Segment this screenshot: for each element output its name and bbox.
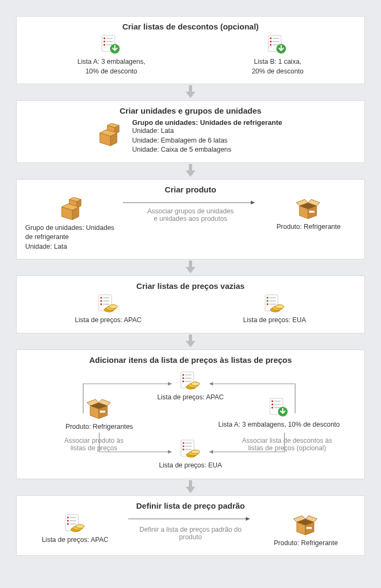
open-box-icon [294, 513, 318, 539]
connector-icon [16, 84, 365, 100]
step1-right-line1: Lista B: 1 caixa, [252, 57, 304, 67]
step5-hint-right-2: listas de preços (opcional) [228, 444, 346, 452]
step6-right: Produto: Refrigerante [255, 513, 357, 548]
boxes-icon [61, 197, 84, 224]
price-list-icon [64, 513, 86, 535]
step3-left: Grupo de unidades: Unidades de refrigera… [24, 197, 121, 252]
connector-icon [16, 259, 365, 276]
card-step-5: Adicionar itens da lista de preços às li… [16, 349, 365, 479]
step3-title: Criar produto [24, 185, 357, 194]
price-list-icon [179, 371, 202, 393]
step3-left-line3: Unidade: Lata [25, 242, 121, 252]
step4-right-label: Lista de preços: EUA [243, 316, 306, 325]
step1-left: Lista A: 3 embalagens, 10% de desconto [77, 34, 145, 76]
step5-product: Produto: Refrigerantes [56, 397, 142, 432]
step3-mid: Associar grupos de unidades e unidades a… [121, 197, 260, 222]
step4-right: Lista de preços: EUA [243, 294, 306, 325]
card-step-1: Criar listas de descontos (opcional) Lis… [16, 16, 365, 84]
step3-right: Produto: Refrigerante [260, 197, 357, 232]
boxes-icon [99, 123, 122, 150]
card-step-6: Definir lista de preço padrão Lista de p… [16, 495, 365, 556]
step2-text: Grupo de unidades: Unidades de refrigera… [132, 118, 282, 155]
step2-unit1: Unidade: Lata [132, 126, 282, 136]
step1-left-line1: Lista A: 3 embalagens, [77, 57, 145, 67]
step6-right-label: Produto: Refrigerante [255, 539, 357, 548]
step3-left-line1: Grupo de unidades: Unidades [25, 224, 121, 233]
step6-left: Lista de preços: APAC [24, 513, 126, 545]
price-list-icon [97, 294, 120, 316]
card-step-3: Criar produto Grupo de unidades: Unidade… [16, 179, 365, 260]
step6-hint-2: produto [126, 533, 255, 541]
step4-left-label: Lista de preços: APAC [75, 316, 142, 325]
price-list-icon [263, 294, 286, 316]
step5-title: Adicionar itens da lista de preços às li… [24, 355, 357, 364]
step5-hint-left-1: Associar produto às [40, 437, 148, 444]
arrow-right-icon [126, 513, 255, 524]
connector-icon [16, 479, 365, 495]
card-step-2: Criar unidades e grupos de unidades Grup… [16, 100, 365, 163]
step1-right-line2: 20% de desconto [252, 67, 304, 77]
step1-left-line2: 10% de desconto [77, 67, 145, 77]
step3-right-label: Produto: Refrigerante [260, 222, 357, 232]
step2-group-label: Grupo de unidades: [132, 118, 198, 126]
step6-hint-1: Definir a lista de preços padrão do [126, 526, 255, 533]
step5-eua: Lista de preços: EUA [159, 439, 222, 471]
step3-left-line2: de refrigerante [25, 233, 121, 242]
discount-list-icon [267, 34, 288, 57]
discount-list-icon [268, 397, 290, 420]
arrow-right-icon [121, 197, 260, 208]
step5-hint-right-1: Associar lista de descontos às [228, 437, 346, 444]
step3-hint-2: e unidades aos produtos [121, 215, 260, 222]
open-box-icon [87, 397, 112, 422]
step2-unit2: Unidade: Embalagem de 6 latas [132, 136, 282, 146]
connector-icon [16, 163, 365, 179]
price-list-icon [179, 439, 202, 461]
card-step-4: Criar listas de preços vazias Lista de p… [16, 276, 365, 333]
step1-right: Lista B: 1 caixa, 20% de desconto [252, 34, 304, 76]
step4-title: Criar listas de preços vazias [24, 281, 357, 291]
step6-left-label: Lista de preços: APAC [24, 535, 126, 545]
step6-title: Definir lista de preço padrão [24, 501, 357, 510]
step2-title: Criar unidades e grupos de unidades [24, 106, 357, 115]
step1-title: Criar listas de descontos (opcional) [24, 22, 357, 31]
step5-hint-left-2: listas de preços [40, 444, 148, 452]
step2-group-value: Unidades de refrigerante [200, 118, 282, 126]
step5-eua-label: Lista de preços: EUA [159, 461, 222, 471]
connector-icon [16, 333, 365, 349]
step5-disc-label: Lista A: 3 embalagens, 10% de desconto [212, 420, 346, 430]
open-box-icon [296, 197, 321, 222]
step4-left: Lista de preços: APAC [75, 294, 142, 325]
step5-discount: Lista A: 3 embalagens, 10% de desconto [212, 397, 346, 430]
discount-list-icon [100, 34, 122, 57]
step2-unit3: Unidade: Caixa de 5 embalagens [132, 145, 282, 155]
step3-hint-1: Associar grupos de unidades [121, 207, 260, 215]
step6-mid: Definir a lista de preços padrão do prod… [126, 513, 255, 541]
